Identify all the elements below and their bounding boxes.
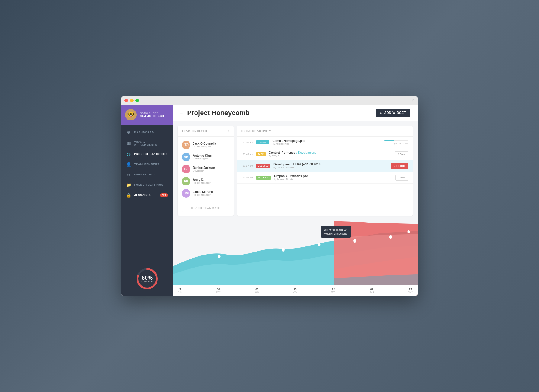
upload-progress: (12.3 of 30 mb) [384,140,408,144]
dev-tag: / Development [296,151,316,154]
member-info: Denise Jackson Developer [193,166,216,172]
member-info: Jamie Morano Project Manager [193,190,213,196]
close-dot[interactable] [124,99,128,102]
activity-panel-title: PROJECT ACTIVITY [241,130,271,133]
sidebar-item-project-statistics[interactable]: ◎ PROJECT STATISTICS [121,149,173,159]
list-item[interactable]: JO Jack O'Connelly UI / UX Designer [178,139,234,151]
list-item[interactable]: AK Andy K. Project Manager [178,175,234,187]
timeline-labels: 27 APR 30 MAY 06 JUN [178,288,413,293]
add-teammate-icon: ⊕ [191,207,194,210]
svg-point-7 [218,255,220,258]
member-name: Jack O'Connelly [193,142,216,145]
menu-icon[interactable]: ≡ [180,110,183,116]
messages-label: MESSAGES [134,194,151,197]
activity-time: 11:27 am [241,165,253,167]
activity-by: by Neamu Tiberiu [274,178,392,181]
activity-by: by Antonio King [273,143,381,145]
member-role: Developer [193,169,216,172]
list-item[interactable]: JM Jamie Morano Project Manager [178,187,234,199]
user-info: TO-DO BUDDY NEAMU TIBERIU [140,112,166,118]
sidebar-item-dashboard[interactable]: ⊖ DASHBOARD [121,127,173,137]
sidebar-item-label: TEAM MEMBERS [134,163,160,166]
activity-content: Graphs & Statistics.psd by Neamu Tiberiu [274,175,392,181]
team-panel-settings-icon[interactable]: ⊕ [226,129,229,133]
sidebar-item-team-members[interactable]: 👤 TEAM MEMBERS [121,159,173,169]
timeline-axis: 27 APR 30 MAY 06 JUN [173,285,418,296]
member-role: Web Designer [193,157,212,160]
activity-badge: UPLOAD [256,140,270,144]
add-widget-icon: ⊕ [380,111,382,114]
sidebar-item-messages[interactable]: 🔒 MESSAGES 327 [121,190,173,200]
team-list: JO Jack O'Connelly UI / UX Designer AK A… [178,137,234,202]
svg-point-6 [389,235,392,238]
sidebar: 🤓 TO-DO BUDDY NEAMU TIBERIU ⊖ DASHBOARD … [121,105,173,296]
server-data-icon: ∞ [126,172,131,177]
list-item[interactable]: DJ Denise Jackson Developer [178,163,234,175]
activity-action: ✎ View [395,151,408,157]
title-prefix: Project [187,109,211,117]
folder-settings-icon: 📁 [126,182,131,187]
svg-point-4 [318,243,320,246]
member-role: UI / UX Designer [193,145,216,148]
activity-action: ℹ Peek [395,175,408,181]
view-button[interactable]: ✎ View [395,151,408,157]
member-role: Project Manager [193,182,211,184]
page-title: Project Honeycomb [187,109,375,117]
activity-content: Comb - Homepage.psd by Antonio King [273,139,381,145]
activity-filename: Comb - Homepage.psd [273,139,381,143]
activity-panel: PROJECT ACTIVITY ⊕ 11:50 am UPLOAD Comb … [237,126,413,216]
user-name-label: NEAMU TIBERIU [140,114,166,118]
team-panel: TEAM INVOLVED ⊕ JO Jack O'Connelly UI / … [178,126,234,216]
member-info: Jack O'Connelly UI / UX Designer [193,142,216,148]
progress-ring: 80% COMPLETED [135,267,159,291]
svg-point-9 [407,230,410,233]
progress-bar-wrap [384,140,408,141]
sidebar-item-server-data[interactable]: ∞ SERVER DATA [121,169,173,180]
timeline-label: 30 MAY [216,288,221,293]
add-widget-button[interactable]: ⊕ ADD WIDGET [376,109,410,117]
sidebar-item-folder-settings[interactable]: 📁 FOLDER SETTINGS [121,180,173,190]
activity-filename: Contact_Form.psd / Development [269,151,392,154]
activity-panel-header: PROJECT ACTIVITY ⊕ [237,126,413,137]
sidebar-item-label: DASHBOARD [134,131,154,134]
add-widget-label: ADD WIDGET [384,111,406,114]
member-name: Denise Jackson [193,166,216,169]
activity-by: by Denise Jackson [273,166,388,169]
sidebar-item-label: FOLDER SETTINGS [134,183,163,186]
add-teammate-button[interactable]: ⊕ ADD TEAMMATE [182,204,229,212]
timeline-label: 13 JUL [293,288,297,293]
main-content: ≡ Project Honeycomb ⊕ ADD WIDGET TEAM IN… [173,105,418,296]
dashboard-icon: ⊖ [126,130,131,135]
activity-content: Development UI Kit (v.12.08.2013) by Den… [273,163,388,169]
activity-panel-settings-icon[interactable]: ⊕ [405,129,408,133]
activity-time: 11:50 am [241,141,253,144]
maximize-dot[interactable] [135,99,139,102]
sidebar-item-label: PROJECT STATISTICS [134,153,168,156]
member-avatar: JO [182,141,190,149]
progress-percent: 80% [140,275,154,281]
timeline-label: 09 JUN [370,288,374,293]
visual-attachments-icon: ▦ [126,141,131,146]
activity-badge: WORKING [256,176,271,180]
chart-svg [173,219,418,296]
member-avatar: AK [182,177,190,185]
resize-icon[interactable]: ⤢ [411,98,415,103]
member-role: Project Manager [193,194,213,196]
activity-item: 11:20 am WORKING Graphs & Statistics.psd… [237,172,413,184]
sidebar-item-visual-attachments[interactable]: ▦ VISUAL ATTACHMENTS [121,137,173,149]
member-name: Antonio King [193,154,212,157]
titlebar: ⤢ [121,96,418,105]
progress-text: 80% COMPLETED [140,275,154,283]
app-body: 🤓 TO-DO BUDDY NEAMU TIBERIU ⊖ DASHBOARD … [121,105,418,296]
team-panel-title: TEAM INVOLVED [182,130,207,133]
activity-by: by Andy K. [269,154,392,157]
activity-list: 11:50 am UPLOAD Comb - Homepage.psd by A… [237,137,413,184]
sidebar-bottom: 80% COMPLETED [121,262,173,296]
panels-row: TEAM INVOLVED ⊕ JO Jack O'Connelly UI / … [173,121,418,216]
messages-badge: 327 [160,193,168,197]
activity-time: 11:40 am [241,153,253,156]
restore-button[interactable]: ↺ Restore [391,163,408,169]
peek-button[interactable]: ℹ Peek [395,175,408,181]
minimize-dot[interactable] [130,99,134,102]
list-item[interactable]: AK Antonio King Web Designer [178,151,234,163]
